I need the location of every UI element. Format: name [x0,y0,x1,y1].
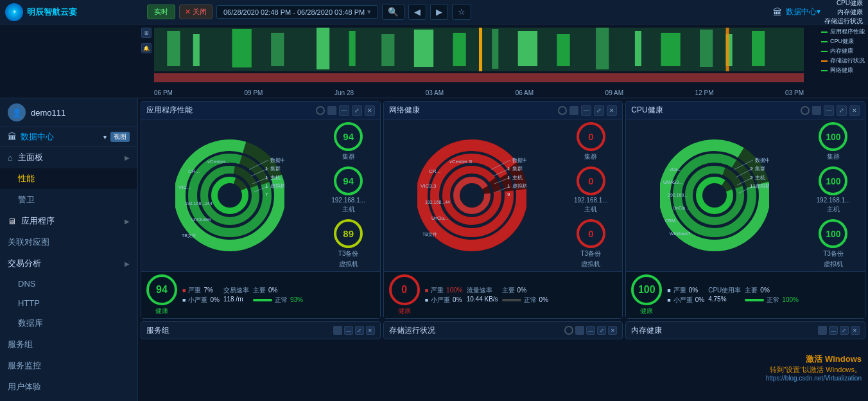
svg-rect-6 [349,31,356,66]
datacenter-icon: 🏛 [8,132,17,142]
panel1-minimize[interactable]: — [339,105,349,116]
svg-text:UnClu...: UnClu... [673,206,689,210]
logo: ☀ 明辰智航云宴 [5,3,143,21]
svg-text:1: 1 [265,183,268,189]
svg-text:192.168...: 192.168... [668,193,688,197]
sidebar-item-dns[interactable]: DNS [0,274,137,294]
mem-close[interactable]: ✕ [851,326,860,335]
sidebar-item-http[interactable]: HTTP [0,294,137,313]
cpu-header: CPU健康 — ⤢ ✕ [626,102,865,120]
panel3-close[interactable]: ✕ [849,105,860,116]
datacenter-nav[interactable]: 🏛 数据中心 ▾ 视图 [0,127,137,147]
sidebar-item-monitor[interactable]: 服务监控 [0,355,137,377]
st-square[interactable] [575,326,584,335]
panel3-expand[interactable]: ⤢ [837,105,847,116]
legend-app-perf: 应用程序性能 [821,28,865,36]
timeline-icon-1[interactable]: ⊞ [141,28,152,38]
panel3-minimize[interactable]: — [824,105,834,116]
svg-text:集群: 集群 [512,166,523,172]
content-area: 应用程序性能 — ⤢ ✕ [138,98,868,401]
cluster-score: 94 集群 [320,122,378,161]
top-link-2[interactable]: CPU健康 [824,0,863,8]
panel1-square[interactable] [327,106,336,115]
legend-network: 网络健康 [821,66,865,75]
panel2-square[interactable] [569,106,578,115]
sidebar-item-ux[interactable]: 用户体验 [0,377,137,398]
sidebar-item-performance[interactable]: 性能 [0,168,137,190]
star-button[interactable]: ☆ [452,4,471,20]
network-header: 网络健康 — ⤢ ✕ [384,102,623,120]
close-label: 关闭 [193,7,207,17]
datacenter-top[interactable]: 数据中心▾ [786,6,820,17]
svg-rect-4 [271,33,284,66]
mem-minimize[interactable]: — [829,326,838,335]
svg-text:VIC...: VIC... [178,184,191,190]
svg-rect-11 [518,31,537,66]
st-minimize[interactable]: — [586,326,595,335]
close-button[interactable]: ✕ 关闭 [179,4,213,19]
sidebar-item-guard[interactable]: 🛡 警卫 ▶ [0,398,137,401]
svg-text:CRM...: CRM... [665,218,679,223]
search-button[interactable]: 🔍 [382,4,404,20]
view-badge[interactable]: 视图 [110,132,130,142]
panel2-close[interactable]: ✕ [607,105,617,116]
svg-text:主机: 主机 [512,175,523,181]
realtime-button[interactable]: 实时 [147,4,175,19]
st-close[interactable]: ✕ [608,326,617,335]
host-score: 94 192.168.1... 主机 [320,166,378,214]
mem-square[interactable] [818,326,827,335]
logo-text: 明辰智航云宴 [27,6,77,18]
dropdown-arrow: ▾ [103,134,107,141]
alert-label: 警卫 [18,194,35,206]
cpu-title: CPU健康 [631,105,801,116]
storage-panel: 存储运行状况 — ⤢ ✕ [383,321,623,339]
sidebar-item-transaction[interactable]: 交易分析 ▶ [0,253,137,274]
panel3-square[interactable] [812,106,821,115]
sidebar-item-dashboard[interactable]: ⌂ 主面板 ▶ [0,147,137,168]
sg-minimize[interactable]: — [344,326,353,335]
panel2-minimize[interactable]: — [581,105,591,116]
cpu-vm-score: 100 T3备份 虚拟机 [804,219,862,269]
svg-text:VIC3.3: VIC3.3 [421,183,437,189]
monitor-label: 服务监控 [8,360,130,371]
panel2-radio[interactable] [558,106,567,115]
svg-text:数据中心: 数据中心 [270,157,284,163]
time-range[interactable]: 06/28/2020 02:48 PM - 06/28/2020 03:48 P… [216,5,378,19]
st-expand[interactable]: ⤢ [597,326,606,335]
sidebar-item-mapping[interactable]: 关联对应图 [0,232,137,253]
dashboard-label: 主面板 [18,152,119,163]
cpu-cluster-score: 100 集群 [804,122,862,161]
sg-close[interactable]: ✕ [366,326,375,335]
svg-text:集群: 集群 [270,166,281,172]
database-label: 数据库 [18,317,43,329]
svg-text:9: 9 [507,192,510,197]
timeline-area: ⊞ 🔔 [0,24,868,98]
sidebar-item-alert[interactable]: 警卫 [0,190,137,211]
mapping-label: 关联对应图 [8,236,130,248]
st-radio[interactable] [564,326,573,335]
sidebar-item-service[interactable]: 服务组 [0,334,137,355]
top-link-3[interactable]: 内存健康 [824,8,863,17]
panel1-radio[interactable] [316,106,325,115]
sidebar-item-application[interactable]: 🖥 应用程序 ▶ [0,211,137,232]
svg-rect-16 [700,30,713,67]
performance-label: 性能 [18,173,35,184]
legend-memory: 内存健康 [821,47,865,55]
sidebar-item-database[interactable]: 数据库 [0,313,137,334]
svg-text:主机: 主机 [270,175,281,181]
svg-text:数据中心: 数据中心 [512,157,526,163]
back-button[interactable]: ◀ [408,4,426,20]
timeline-icon-2[interactable]: 🔔 [141,43,152,53]
forward-button[interactable]: ▶ [430,4,448,20]
sg-expand[interactable]: ⤢ [355,326,364,335]
panel2-expand[interactable]: ⤢ [594,105,604,116]
svg-text:11: 11 [750,183,756,189]
storage-title: 存储运行状况 [389,325,561,336]
user-section: 👤 demo111 [0,98,137,127]
sg-square[interactable] [333,326,342,335]
panel3-radio[interactable] [801,106,810,115]
panel1-close[interactable]: ✕ [365,105,375,116]
panel1-expand[interactable]: ⤢ [352,105,362,116]
svg-rect-5 [317,28,329,69]
mem-expand[interactable]: ⤢ [840,326,849,335]
